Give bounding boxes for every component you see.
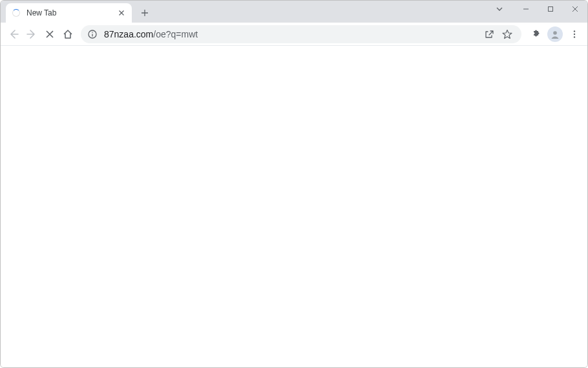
svg-point-6 <box>574 36 575 37</box>
page-content <box>1 46 587 367</box>
arrow-left-icon <box>8 29 19 39</box>
address-bar[interactable]: 87nzaa.com/oe?q=mwt <box>81 25 521 43</box>
tab-strip: New Tab <box>1 1 154 23</box>
url-display[interactable]: 87nzaa.com/oe?q=mwt <box>104 29 479 39</box>
url-domain: 87nzaa.com <box>104 29 153 39</box>
plus-icon <box>141 9 149 17</box>
close-icon <box>119 10 124 15</box>
browser-window: New Tab <box>0 0 588 368</box>
loading-spinner-icon <box>11 8 21 18</box>
arrow-right-icon <box>26 29 37 39</box>
svg-point-5 <box>574 33 575 34</box>
svg-point-2 <box>92 32 93 33</box>
close-icon <box>572 6 578 12</box>
svg-point-4 <box>574 30 575 32</box>
share-button[interactable] <box>481 26 497 42</box>
maximize-button[interactable] <box>538 1 563 17</box>
tab-close-button[interactable] <box>116 8 127 18</box>
toolbar-actions <box>525 25 583 43</box>
tab-active[interactable]: New Tab <box>6 3 132 23</box>
forward-button[interactable] <box>23 25 41 43</box>
titlebar: New Tab <box>1 1 587 23</box>
close-icon <box>46 30 54 38</box>
avatar-icon <box>547 26 563 42</box>
maximize-icon <box>547 6 554 12</box>
tab-title: New Tab <box>26 8 116 17</box>
menu-button[interactable] <box>565 25 583 43</box>
svg-point-3 <box>553 31 557 35</box>
site-info-button[interactable] <box>87 29 98 39</box>
new-tab-button[interactable] <box>136 4 154 22</box>
url-path: /oe?q=mwt <box>153 29 198 39</box>
puzzle-icon <box>530 29 541 39</box>
minimize-icon <box>523 6 529 12</box>
dots-vertical-icon <box>570 30 579 39</box>
toolbar: 87nzaa.com/oe?q=mwt <box>1 23 587 46</box>
back-button[interactable] <box>5 25 23 43</box>
window-close-button[interactable] <box>563 1 587 17</box>
home-icon <box>63 29 73 39</box>
stop-button[interactable] <box>41 25 59 43</box>
window-controls <box>489 1 587 17</box>
svg-rect-0 <box>549 7 553 12</box>
share-icon <box>484 29 494 39</box>
extensions-button[interactable] <box>527 25 545 43</box>
minimize-button[interactable] <box>514 1 538 17</box>
bookmark-button[interactable] <box>499 26 515 42</box>
chevron-down-icon <box>496 5 503 13</box>
profile-button[interactable] <box>546 25 564 43</box>
star-icon <box>502 29 512 39</box>
home-button[interactable] <box>59 25 77 43</box>
tab-search-button[interactable] <box>489 1 510 17</box>
info-icon <box>88 30 97 39</box>
